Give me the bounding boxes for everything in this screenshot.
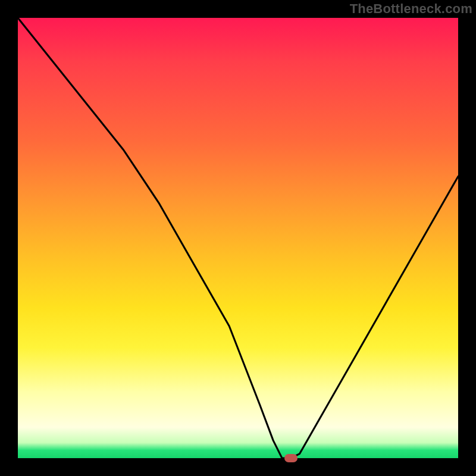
- plot-area: [18, 18, 458, 458]
- watermark-text: TheBottleneck.com: [350, 1, 472, 17]
- optimum-marker: [284, 454, 298, 462]
- curve-path: [18, 18, 458, 458]
- bottleneck-curve: [18, 18, 458, 458]
- chart-frame: TheBottleneck.com: [0, 0, 476, 476]
